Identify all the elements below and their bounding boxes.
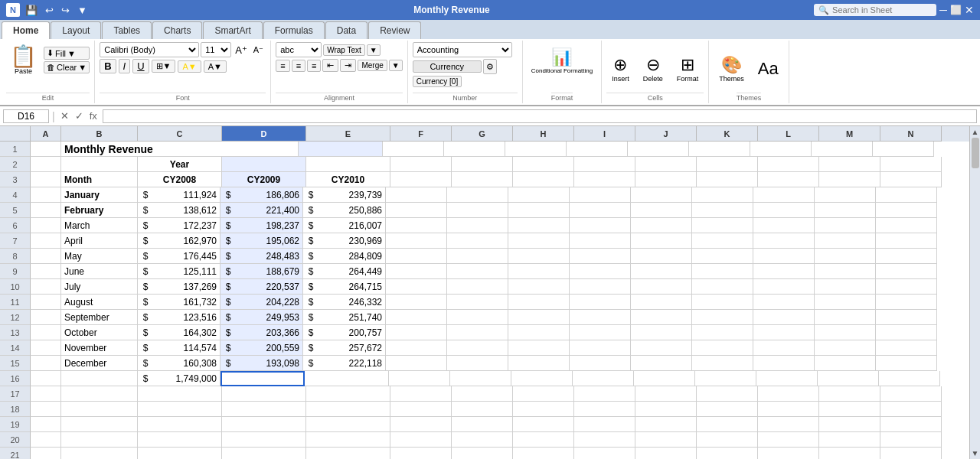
redo-btn[interactable]: ↪ <box>59 4 72 17</box>
wrap-text-dropdown[interactable]: ▼ <box>367 44 381 56</box>
cell-M21[interactable] <box>819 448 880 459</box>
cell-C11-dollar[interactable]: $ <box>138 295 153 310</box>
cell-N8[interactable] <box>876 249 937 264</box>
cell-G19[interactable] <box>452 417 513 432</box>
tab-layout[interactable]: Layout <box>51 21 101 39</box>
cell-A1[interactable] <box>31 142 61 157</box>
cell-M2[interactable] <box>819 157 880 172</box>
cell-D7-val[interactable]: 195,062 <box>236 233 303 249</box>
cell-F6[interactable] <box>386 218 447 233</box>
col-header-J[interactable]: J <box>635 126 697 142</box>
cell-F17[interactable] <box>390 386 452 402</box>
cell-M18[interactable] <box>819 402 880 417</box>
cell-C4-val[interactable]: 111,924 <box>153 187 220 203</box>
font-name-select[interactable]: Calibri (Body) <box>100 42 199 57</box>
cell-L9[interactable] <box>753 264 815 279</box>
cell-A3[interactable] <box>31 172 61 187</box>
cell-A9[interactable] <box>31 264 61 279</box>
cell-D12-val[interactable]: 249,953 <box>236 310 303 325</box>
cell-G9[interactable] <box>447 264 508 279</box>
cell-M16[interactable] <box>818 371 879 386</box>
vertical-scrollbar[interactable]: ▲ ▼ <box>969 126 980 459</box>
cell-A7[interactable] <box>31 233 61 249</box>
cell-H16[interactable] <box>511 371 573 386</box>
cell-D11-val[interactable]: 204,228 <box>236 295 303 310</box>
cell-B15[interactable]: December <box>61 356 138 371</box>
cell-N6[interactable] <box>876 218 937 233</box>
cell-M12[interactable] <box>815 310 876 325</box>
cell-L20[interactable] <box>758 432 819 448</box>
cell-E2[interactable] <box>306 157 390 172</box>
cell-M19[interactable] <box>819 417 880 432</box>
cell-B21[interactable] <box>61 448 138 459</box>
cell-F16[interactable] <box>389 371 450 386</box>
font-size-select[interactable]: 11 <box>201 42 231 57</box>
cell-J13[interactable] <box>631 325 692 340</box>
align-right-btn[interactable]: ≡ <box>307 60 321 72</box>
align-left-btn[interactable]: ≡ <box>276 60 289 72</box>
cell-I16[interactable] <box>573 371 634 386</box>
cell-B12[interactable]: September <box>61 310 138 325</box>
cell-I21[interactable] <box>574 448 635 459</box>
cell-N19[interactable] <box>880 417 942 432</box>
cell-J17[interactable] <box>635 386 697 402</box>
cell-C4-dollar[interactable]: $ <box>138 187 153 203</box>
cell-L13[interactable] <box>753 325 815 340</box>
cell-M4[interactable] <box>815 187 876 203</box>
cell-H9[interactable] <box>508 264 570 279</box>
clear-btn[interactable]: 🗑 Clear ▼ <box>44 61 90 73</box>
cell-C8-dollar[interactable]: $ <box>138 249 153 264</box>
cell-D9-dollar[interactable]: $ <box>220 264 236 279</box>
cell-N2[interactable] <box>880 157 942 172</box>
cell-M7[interactable] <box>815 233 876 249</box>
cell-H3[interactable] <box>513 172 574 187</box>
cell-H4[interactable] <box>508 187 570 203</box>
cell-E19[interactable] <box>306 417 390 432</box>
cell-D20[interactable] <box>222 432 306 448</box>
cell-E10-dollar[interactable]: $ <box>303 279 318 295</box>
tab-tables[interactable]: Tables <box>102 21 152 39</box>
cell-L8[interactable] <box>753 249 815 264</box>
cell-K11[interactable] <box>692 295 753 310</box>
cell-E18[interactable] <box>306 402 390 417</box>
cell-G20[interactable] <box>452 432 513 448</box>
cell-A21[interactable] <box>31 448 61 459</box>
cell-M14[interactable] <box>815 340 876 356</box>
cell-D2[interactable] <box>222 157 306 172</box>
cell-C7-val[interactable]: 162,970 <box>153 233 220 249</box>
cell-E10-val[interactable]: 264,715 <box>318 279 386 295</box>
cell-E15-dollar[interactable]: $ <box>303 356 318 371</box>
col-header-N[interactable]: N <box>880 126 942 142</box>
cell-D18[interactable] <box>222 402 306 417</box>
cell-C5-dollar[interactable]: $ <box>138 203 153 218</box>
cell-E1[interactable] <box>299 142 383 157</box>
cell-D6-val[interactable]: 198,237 <box>236 218 303 233</box>
cell-F5[interactable] <box>386 203 447 218</box>
confirm-formula-btn[interactable]: ✓ <box>73 110 86 122</box>
close-btn[interactable]: ✕ <box>965 4 974 16</box>
cell-J11[interactable] <box>631 295 692 310</box>
cell-K8[interactable] <box>692 249 753 264</box>
cell-E6-dollar[interactable]: $ <box>303 218 318 233</box>
cell-G6[interactable] <box>447 218 508 233</box>
cell-B13[interactable]: October <box>61 325 138 340</box>
cell-H2[interactable] <box>513 157 574 172</box>
cell-H11[interactable] <box>508 295 570 310</box>
underline-btn[interactable]: U <box>132 59 149 73</box>
cell-C13-val[interactable]: 164,302 <box>153 325 220 340</box>
cell-C16-dollar[interactable]: $ <box>138 371 153 386</box>
cell-I14[interactable] <box>570 340 631 356</box>
cell-N3[interactable] <box>880 172 942 187</box>
cell-M8[interactable] <box>815 249 876 264</box>
cell-D16[interactable] <box>220 371 305 386</box>
col-header-B[interactable]: B <box>61 126 138 142</box>
cell-L14[interactable] <box>753 340 815 356</box>
cell-C10-dollar[interactable]: $ <box>138 279 153 295</box>
cell-K5[interactable] <box>692 203 753 218</box>
cell-E13-val[interactable]: 200,757 <box>318 325 386 340</box>
cell-H21[interactable] <box>513 448 574 459</box>
cell-G7[interactable] <box>447 233 508 249</box>
cell-G17[interactable] <box>452 386 513 402</box>
cell-K16[interactable] <box>695 371 756 386</box>
search-input[interactable] <box>832 5 932 15</box>
